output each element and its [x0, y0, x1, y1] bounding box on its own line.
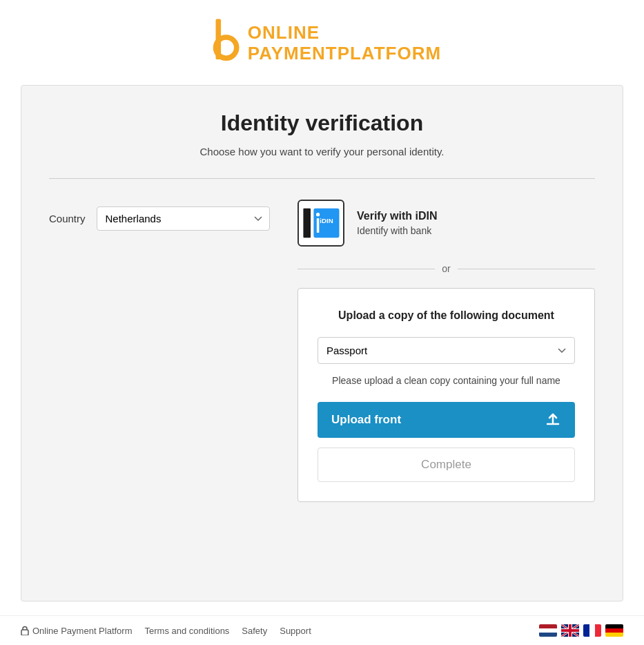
idin-subtitle: Identify with bank — [357, 225, 437, 236]
logo-line1: ONLINE — [248, 23, 441, 44]
complete-label: Complete — [421, 458, 471, 471]
footer: Online Payment Platform Terms and condit… — [0, 615, 644, 645]
footer-flags — [539, 624, 623, 637]
upload-front-button[interactable]: Upload front — [318, 402, 575, 438]
idin-text: Verify with iDIN Identify with bank — [357, 210, 437, 236]
upload-icon — [545, 412, 561, 428]
svg-rect-6 — [317, 218, 320, 233]
content-row: Country Netherlands Belgium Germany Fran… — [49, 200, 595, 502]
flag-germany[interactable] — [605, 624, 623, 637]
header: ONLINE PAYMENTPLATFORM — [0, 0, 644, 85]
terms-link[interactable]: Terms and conditions — [145, 626, 230, 636]
country-group: Country Netherlands Belgium Germany Fran… — [49, 206, 270, 231]
lock-icon — [21, 626, 29, 635]
idin-section: iDIN Verify with iDIN Identify with bank — [297, 200, 595, 247]
page-title: Identity verification — [49, 110, 595, 136]
right-column: iDIN Verify with iDIN Identify with bank… — [297, 200, 595, 502]
or-line-right — [458, 269, 595, 269]
footer-left: Online Payment Platform Terms and condit… — [21, 626, 311, 636]
logo-icon — [203, 14, 241, 73]
svg-rect-2 — [303, 209, 311, 238]
safety-link[interactable]: Safety — [242, 626, 267, 636]
logo-line2: PAYMENTPLATFORM — [248, 44, 441, 64]
svg-rect-7 — [21, 630, 28, 635]
upload-box-title: Upload a copy of the following document — [318, 308, 575, 323]
document-type-select[interactable]: Passport ID Card Driving License — [318, 337, 575, 364]
flag-netherlands[interactable] — [539, 624, 557, 637]
logo: ONLINE PAYMENTPLATFORM — [203, 14, 441, 73]
footer-brand: Online Payment Platform — [21, 626, 133, 636]
or-divider: or — [297, 263, 595, 274]
svg-point-5 — [316, 213, 320, 216]
logo-text: ONLINE PAYMENTPLATFORM — [248, 23, 441, 64]
flag-uk[interactable] — [561, 624, 579, 637]
footer-brand-name: Online Payment Platform — [32, 626, 133, 636]
header-divider — [49, 178, 595, 179]
country-label: Country — [49, 213, 86, 224]
country-select[interactable]: Netherlands Belgium Germany France — [97, 206, 270, 231]
upload-instruction: Please upload a clean copy containing yo… — [318, 374, 575, 388]
page-subtitle: Choose how you want to verify your perso… — [49, 146, 595, 157]
or-text: or — [442, 263, 450, 274]
main-card: Identity verification Choose how you wan… — [21, 85, 623, 601]
complete-button[interactable]: Complete — [318, 447, 575, 482]
idin-title: Verify with iDIN — [357, 210, 437, 222]
svg-rect-16 — [561, 629, 579, 632]
upload-box: Upload a copy of the following document … — [297, 288, 595, 502]
idin-logo: iDIN — [297, 200, 344, 247]
svg-text:iDIN: iDIN — [320, 217, 333, 224]
upload-front-label: Upload front — [331, 413, 401, 427]
support-link[interactable]: Support — [280, 626, 311, 636]
left-column: Country Netherlands Belgium Germany Fran… — [49, 200, 270, 231]
flag-france[interactable] — [583, 624, 601, 637]
or-line-left — [297, 269, 435, 269]
